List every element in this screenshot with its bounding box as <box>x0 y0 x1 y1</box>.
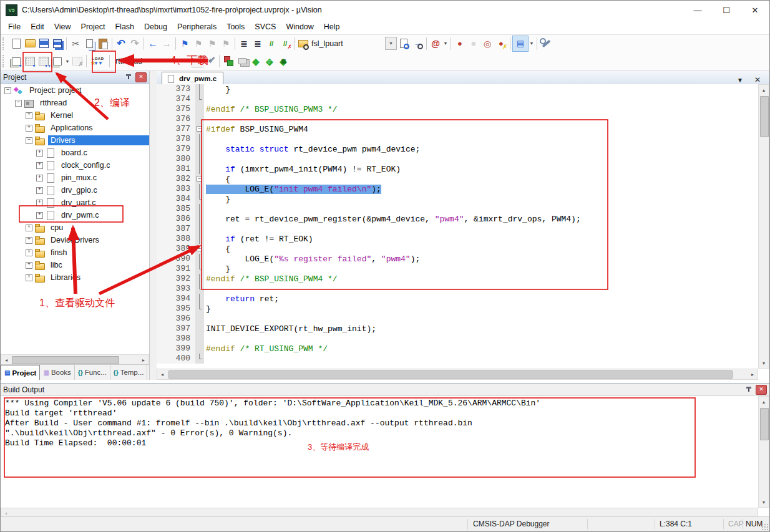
tree-item-cpu[interactable]: +cpu <box>1 221 149 234</box>
code-line-375[interactable]: 375#endif /* BSP_USING_PWM3 */ <box>157 104 758 114</box>
tree-item-drv-pwm-c[interactable]: +drv_pwm.c <box>1 209 149 221</box>
fold-collapse-icon[interactable] <box>195 174 204 184</box>
code-editor[interactable]: 373 }374375#endif /* BSP_USING_PWM3 */37… <box>157 84 758 369</box>
menu-window[interactable]: Window <box>281 21 318 33</box>
tab-templates[interactable]: {}Temp... <box>110 365 148 380</box>
menu-debug[interactable]: Debug <box>139 21 172 33</box>
code-line-373[interactable]: 373 } <box>157 84 758 94</box>
expander-icon[interactable]: + <box>26 249 32 256</box>
copy-icon[interactable] <box>82 36 96 51</box>
target-dropdown-icon[interactable]: ▼ <box>192 55 203 68</box>
code-line-374[interactable]: 374 <box>157 94 758 104</box>
code-line-400[interactable]: 400 <box>157 354 758 364</box>
expander-icon[interactable]: + <box>26 125 32 132</box>
expander-icon[interactable]: + <box>36 162 43 169</box>
close-button[interactable]: ✕ <box>741 1 769 19</box>
scrollbar-thumb[interactable] <box>168 370 733 379</box>
scroll-up-icon[interactable]: ▴ <box>759 85 769 95</box>
panel-splitter[interactable] <box>150 71 157 380</box>
tab-list-dropdown-icon[interactable]: ▼ <box>737 77 743 84</box>
window-layout-caret-icon[interactable]: ▼ <box>529 36 535 51</box>
expander-icon[interactable]: − <box>4 87 11 94</box>
bookmark-prev-icon[interactable] <box>192 36 205 51</box>
close-tab-icon[interactable]: ✕ <box>754 75 761 84</box>
navigate-back-icon[interactable] <box>146 36 160 51</box>
fold-collapse-icon[interactable] <box>195 124 204 134</box>
scroll-left-icon[interactable]: ◂ <box>157 369 167 379</box>
build-button[interactable] <box>23 54 37 69</box>
tree-item-libc[interactable]: +libc <box>1 259 149 271</box>
expander-icon[interactable]: + <box>36 187 43 194</box>
expander-icon[interactable]: − <box>15 100 22 107</box>
code-line-390[interactable]: 390 LOG_E("%s register failed", "pwm4"); <box>157 254 758 264</box>
download-load-button[interactable]: LOAD ▼▼ ★ <box>89 54 107 69</box>
save-button[interactable] <box>37 36 51 51</box>
configure-tools-icon[interactable] <box>539 36 553 51</box>
code-line-393[interactable]: 393 <box>157 284 758 294</box>
batch-build-caret-icon[interactable]: ▼ <box>64 54 71 69</box>
start-stop-debug-icon[interactable] <box>429 36 442 51</box>
code-line-389[interactable]: 389 { <box>157 244 758 254</box>
breakpoint-enable-disable-icon[interactable] <box>467 36 480 51</box>
code-line-395[interactable]: 395} <box>157 304 758 314</box>
tree-item-clock-config-c[interactable]: +clock_config.c <box>1 159 149 172</box>
scroll-down-icon[interactable]: ▾ <box>759 358 769 368</box>
tree-item-devicedrivers[interactable]: +DeviceDrivers <box>1 234 149 246</box>
tree-item-rtthread[interactable]: −rtthread <box>1 97 149 109</box>
manage-rte-icon[interactable] <box>249 54 263 69</box>
expander-icon[interactable]: + <box>36 150 43 157</box>
resize-grip[interactable] <box>761 523 769 531</box>
menu-view[interactable]: View <box>49 21 76 33</box>
pin-icon[interactable] <box>124 73 133 82</box>
tree-item-drv-uart-c[interactable]: +drv_uart.c <box>1 196 149 209</box>
tree-item-applications[interactable]: +Applications <box>1 122 149 134</box>
menu-file[interactable]: File <box>3 21 26 33</box>
incremental-find-icon[interactable] <box>411 36 424 51</box>
code-line-378[interactable]: 378 <box>157 134 758 144</box>
menu-help[interactable]: Help <box>319 21 345 33</box>
code-line-381[interactable]: 381 if (imxrt_pwm4_init(PWM4) != RT_EOK) <box>157 164 758 174</box>
window-layout-icon[interactable] <box>512 36 529 52</box>
tab-functions[interactable]: {}Func... <box>75 365 110 380</box>
code-line-385[interactable]: 385 <box>157 204 758 214</box>
code-line-392[interactable]: 392#endif /* BSP_USING_PWM4 */ <box>157 274 758 284</box>
new-file-button[interactable] <box>9 36 23 51</box>
project-panel-close-icon[interactable]: ✕ <box>135 72 147 82</box>
scroll-down-icon[interactable]: ▾ <box>759 497 769 507</box>
code-line-379[interactable]: 379 static struct rt_device_pwm pwm4_dev… <box>157 144 758 154</box>
editor-hscrollbar[interactable]: ◂ ▸ <box>157 369 758 380</box>
search-combo[interactable]: fsl_lpuart ▼ <box>311 37 397 50</box>
pin-icon[interactable] <box>744 385 753 394</box>
navigate-forward-icon[interactable] <box>160 36 173 51</box>
menu-edit[interactable]: Edit <box>26 21 49 33</box>
code-line-382[interactable]: 382 { <box>157 174 758 184</box>
bookmark-clear-all-icon[interactable] <box>219 36 233 51</box>
save-all-button[interactable] <box>51 36 64 51</box>
undo-icon[interactable] <box>114 36 128 51</box>
menu-peripherals[interactable]: Peripherals <box>172 21 222 33</box>
code-line-399[interactable]: 399#endif /* RT_USING_PWM */ <box>157 344 758 354</box>
tree-item-board-c[interactable]: +board.c <box>1 147 149 159</box>
code-line-398[interactable]: 398 <box>157 334 758 344</box>
tab-books[interactable]: ▥Books <box>40 365 74 380</box>
scrollbar-thumb[interactable] <box>760 96 769 137</box>
scrollbar-thumb[interactable] <box>760 408 769 440</box>
build-output-vscrollbar[interactable]: ▴ ▾ <box>758 396 769 508</box>
code-line-394[interactable]: 394 return ret; <box>157 294 758 304</box>
search-input[interactable]: fsl_lpuart <box>311 39 385 48</box>
bookmark-toggle-icon[interactable] <box>178 36 192 51</box>
fold-collapse-icon[interactable] <box>195 244 204 254</box>
cut-icon[interactable] <box>69 36 82 51</box>
code-line-396[interactable]: 396 <box>157 314 758 324</box>
code-line-391[interactable]: 391 } <box>157 264 758 274</box>
toolbar-drag-handle[interactable] <box>2 37 7 50</box>
select-software-packs-icon[interactable] <box>263 54 276 69</box>
menu-flash[interactable]: Flash <box>110 21 139 33</box>
tree-item-libraries[interactable]: +Libraries <box>1 271 149 284</box>
redo-icon[interactable] <box>128 36 142 51</box>
indent-icon[interactable] <box>251 36 265 51</box>
batch-build-button[interactable] <box>51 54 64 69</box>
tree-item-drv-gpio-c[interactable]: +drv_gpio.c <box>1 184 149 196</box>
translate-file-button[interactable] <box>9 54 23 69</box>
tab-drv-pwm-c[interactable]: drv_pwm.c <box>162 72 223 84</box>
